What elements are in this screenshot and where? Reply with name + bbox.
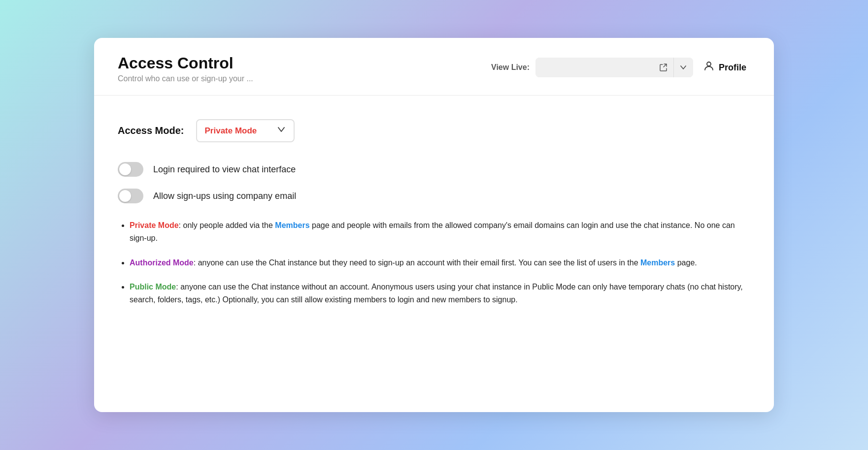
private-mode-text1: : only people added via the: [179, 221, 275, 229]
info-list: Private Mode: only people added via the …: [118, 219, 750, 306]
access-mode-value: Private Mode: [205, 126, 257, 136]
page-title: Access Control: [118, 54, 253, 72]
list-item: Authorized Mode: anyone can use the Chat…: [130, 257, 750, 269]
login-toggle-row: Login required to view chat interface: [118, 162, 750, 177]
main-card: Access Control Control who can use or si…: [94, 38, 774, 412]
access-mode-label: Access Mode:: [118, 125, 184, 136]
user-icon: [703, 60, 715, 72]
list-item: Private Mode: only people added via the …: [130, 219, 750, 244]
authorized-mode-text2: page.: [675, 258, 697, 267]
view-live-external-button[interactable]: [654, 58, 673, 77]
public-mode-label: Public Mode: [130, 283, 176, 291]
chevron-down-icon: [680, 64, 687, 71]
access-mode-chevron-icon: [277, 125, 286, 136]
header-right: View Live:: [491, 54, 750, 77]
view-live-input[interactable]: [535, 58, 654, 77]
external-link-icon: [660, 64, 668, 71]
view-live-label: View Live:: [491, 63, 530, 72]
profile-button[interactable]: Profile: [699, 58, 750, 77]
header-left: Access Control Control who can use or si…: [118, 54, 253, 83]
allow-signups-label: Allow sign-ups using company email: [153, 191, 296, 201]
svg-point-0: [707, 62, 711, 66]
authorized-mode-text1: : anyone can use the Chat instance but t…: [194, 258, 640, 267]
access-mode-dropdown[interactable]: Private Mode: [196, 119, 295, 142]
login-required-toggle[interactable]: [118, 162, 143, 177]
profile-label: Profile: [719, 63, 746, 73]
toggle-knob-2: [119, 190, 131, 202]
toggle-knob: [119, 163, 131, 175]
private-mode-label: Private Mode: [130, 221, 179, 229]
card-body: Access Mode: Private Mode Login required…: [94, 96, 774, 329]
members-link-1[interactable]: Members: [275, 221, 309, 229]
view-live-dropdown-button[interactable]: [673, 58, 693, 77]
list-item: Public Mode: anyone can use the Chat ins…: [130, 281, 750, 306]
profile-icon: [703, 60, 715, 75]
view-live-input-group: [535, 58, 693, 77]
dropdown-chevron-icon: [277, 125, 286, 134]
members-link-2[interactable]: Members: [640, 258, 675, 267]
page-subtitle: Control who can use or sign-up your ...: [118, 74, 253, 83]
authorized-mode-label: Authorized Mode: [130, 258, 194, 267]
card-header: Access Control Control who can use or si…: [94, 38, 774, 83]
public-mode-text: : anyone can use the Chat instance witho…: [130, 283, 743, 304]
access-mode-row: Access Mode: Private Mode: [118, 119, 750, 142]
login-required-label: Login required to view chat interface: [153, 164, 296, 175]
allow-signups-toggle[interactable]: [118, 189, 143, 203]
signup-toggle-row: Allow sign-ups using company email: [118, 189, 750, 203]
